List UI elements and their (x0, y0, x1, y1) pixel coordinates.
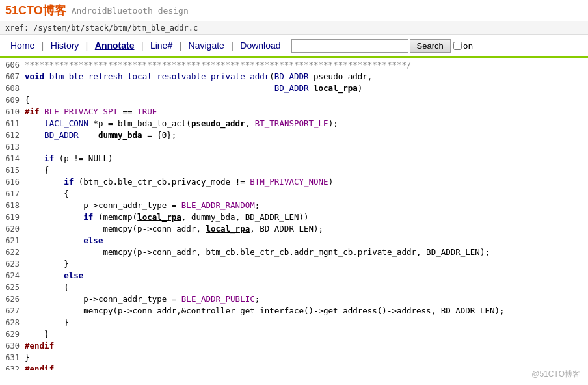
table-row: 619 if (memcmp(local_rpa, dummy_bda, BD_… (0, 211, 588, 223)
nav-lineno[interactable]: Line# (145, 38, 178, 53)
nav-sep-1: | (40, 40, 45, 51)
nav-sep-2: | (84, 40, 89, 51)
table-row: 621 else (0, 235, 588, 246)
table-row: 625 { (0, 282, 588, 293)
table-row: 629 } (0, 328, 588, 340)
code-area: 606 ************************************… (0, 58, 588, 370)
nav-history[interactable]: History (46, 38, 85, 53)
nav-sep-5: | (230, 40, 235, 51)
table-row: 613 (0, 141, 588, 153)
table-row: 607 void btm_ble_refresh_local_resolvabl… (0, 71, 588, 83)
table-row: 624 else (0, 270, 588, 282)
nav-download[interactable]: Download (235, 38, 286, 53)
table-row: 631 } (0, 352, 588, 364)
nav-bar: Home | History | Annotate | Line# | Navi… (0, 35, 588, 58)
on-checkbox[interactable] (453, 42, 462, 50)
nav-sep-3: | (139, 40, 144, 51)
site-title: AndroidBluetooth design (72, 6, 189, 16)
table-row: 618 p->conn_addr_type = BLE_ADDR_RANDOM; (0, 200, 588, 211)
nav-sep-4: | (178, 40, 183, 51)
nav-annotate[interactable]: Annotate (90, 38, 140, 53)
table-row: 615 { (0, 165, 588, 176)
table-row: 614 if (p != NULL) (0, 153, 588, 165)
table-row: 608 BD_ADDR local_rpa) (0, 83, 588, 94)
table-row: 623 } (0, 258, 588, 270)
table-row: 612 BD_ADDR dummy_bda = {0}; (0, 129, 588, 141)
table-row: 626 p->conn_addr_type = BLE_ADDR_PUBLIC; (0, 293, 588, 305)
table-row: 616 if (btm_cb.ble_ctr_cb.privacy_mode !… (0, 176, 588, 188)
search-input[interactable] (291, 39, 408, 53)
table-row: 611 tACL_CONN *p = btm_bda_to_acl(pseudo… (0, 118, 588, 129)
search-button[interactable]: Search (410, 39, 451, 53)
table-row: 610 #if BLE_PRIVACY_SPT == TRUE (0, 106, 588, 118)
table-row: 632 #endif (0, 364, 588, 370)
nav-home[interactable]: Home (5, 38, 40, 53)
logo: 51CTO博客 (5, 3, 66, 18)
table-row: 628 } (0, 317, 588, 328)
table-row: 627 memcpy(p->conn_addr,&controller_get_… (0, 305, 588, 317)
xref-bar: xref: /system/bt/stack/btm/btm_ble_addr.… (0, 21, 588, 35)
table-row: 622 memcpy(p->conn_addr, btm_cb.ble_ctr_… (0, 246, 588, 258)
table-row: 606 ************************************… (0, 59, 588, 71)
top-bar: 51CTO博客 AndroidBluetooth design (0, 0, 588, 21)
table-row: 609 { (0, 94, 588, 106)
table-row: 617 { (0, 188, 588, 200)
table-row: 630 #endif (0, 340, 588, 352)
xref-text: xref: /system/bt/stack/btm/btm_ble_addr.… (5, 23, 198, 33)
on-label: on (463, 41, 474, 51)
watermark: @51CTO博客 (531, 369, 580, 370)
table-row: 620 memcpy(p->conn_addr, local_rpa, BD_A… (0, 223, 588, 235)
nav-navigate[interactable]: Navigate (183, 38, 230, 53)
